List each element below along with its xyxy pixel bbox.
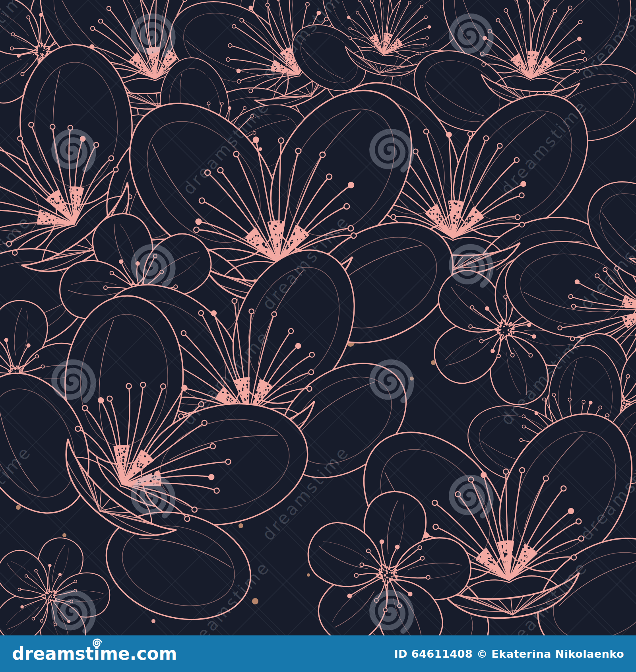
- dreamstime-logo: dreamstime.com: [12, 645, 177, 662]
- footer-bar: dreamstime.com ID 64611408 © Ekaterina N…: [0, 635, 636, 672]
- stock-image-preview: dreamstimedreamstimedreamstimedreamstime…: [0, 0, 636, 672]
- blossom-pattern-svg: dreamstimedreamstimedreamstimedreamstime…: [0, 0, 636, 635]
- dreamstime-logo-spiral-icon: [91, 637, 103, 650]
- pattern-artwork: dreamstimedreamstimedreamstimedreamstime…: [0, 0, 636, 635]
- image-credit-text: ID 64611408 © Ekaterina Nikolaenko: [394, 648, 624, 660]
